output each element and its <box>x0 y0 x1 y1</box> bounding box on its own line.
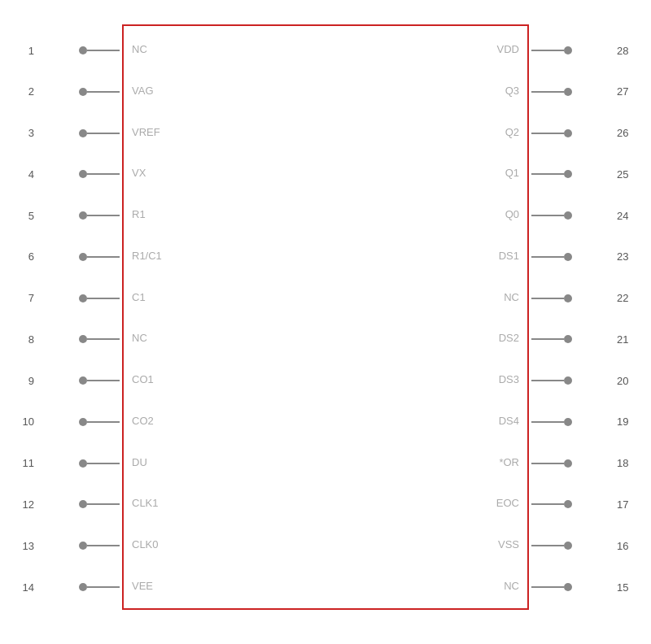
pin-dot <box>79 46 87 54</box>
pin-number-27: 27 <box>617 85 637 98</box>
pin-number-9: 9 <box>14 375 34 387</box>
left-pin-13: 13 <box>79 542 120 550</box>
pin-number-11: 11 <box>14 457 34 469</box>
left-pin-12: 12 <box>79 500 120 508</box>
pin-number-7: 7 <box>14 292 34 304</box>
pin-line <box>531 421 564 423</box>
right-pin-18: 18 <box>531 459 572 468</box>
pin-label-left-9: CO1 <box>132 373 154 385</box>
pin-line <box>87 256 120 258</box>
pin-line <box>87 91 120 93</box>
left-pin-10: 10 <box>79 418 120 426</box>
pin-label-right-28: VDD <box>497 43 519 55</box>
pin-dot <box>564 129 572 137</box>
pin-number-8: 8 <box>14 333 34 346</box>
pin-dot <box>564 500 572 508</box>
pin-dot <box>79 253 87 261</box>
pin-label-left-14: VEE <box>132 580 153 592</box>
pin-line <box>87 338 120 340</box>
right-pin-15: 15 <box>531 583 572 591</box>
pin-label-left-12: CLK1 <box>132 497 159 509</box>
chip-body: 1NC2VAG3VREF4VX5R16R1/C17C18NC9CO110CO21… <box>122 24 529 610</box>
pin-dot <box>564 170 572 178</box>
pin-dot <box>79 211 87 220</box>
pin-number-21: 21 <box>617 333 637 346</box>
pin-line <box>531 173 564 175</box>
pin-number-19: 19 <box>617 416 637 428</box>
pin-line <box>87 380 120 381</box>
pin-dot <box>564 376 572 385</box>
pin-line <box>531 91 564 93</box>
left-pin-2: 2 <box>79 88 120 96</box>
left-pin-6: 6 <box>79 253 120 261</box>
left-pin-8: 8 <box>79 335 120 343</box>
right-pin-24: 24 <box>531 211 572 220</box>
pin-label-left-6: R1/C1 <box>132 250 162 262</box>
left-pin-3: 3 <box>79 129 120 137</box>
pin-number-4: 4 <box>14 168 34 181</box>
pin-dot <box>79 376 87 385</box>
right-pin-27: 27 <box>531 88 572 96</box>
pin-line <box>531 298 564 299</box>
pin-label-right-24: Q0 <box>505 208 519 220</box>
pin-dot <box>564 88 572 96</box>
right-pin-28: 28 <box>531 46 572 54</box>
left-pin-9: 9 <box>79 376 120 385</box>
pin-dot <box>79 294 87 302</box>
pin-number-25: 25 <box>617 168 637 181</box>
pin-line <box>87 421 120 423</box>
pin-dot <box>79 335 87 343</box>
pin-dot <box>79 459 87 468</box>
pin-dot <box>564 418 572 426</box>
pin-dot <box>564 46 572 54</box>
pin-line <box>531 463 564 464</box>
pin-line <box>531 50 564 51</box>
pin-number-12: 12 <box>14 498 34 511</box>
pin-dot <box>564 583 572 591</box>
pin-label-left-3: VREF <box>132 126 160 138</box>
pin-line <box>87 133 120 134</box>
pin-number-20: 20 <box>617 375 637 387</box>
pin-number-18: 18 <box>617 457 637 469</box>
pin-dot <box>79 500 87 508</box>
pin-label-right-18: *OR <box>499 456 519 468</box>
right-pin-22: 22 <box>531 294 572 302</box>
pin-label-right-22: NC <box>504 291 519 303</box>
right-pin-26: 26 <box>531 129 572 137</box>
pin-line <box>531 133 564 134</box>
pin-dot <box>564 211 572 220</box>
pin-label-left-13: CLK0 <box>132 538 159 550</box>
pin-number-3: 3 <box>14 127 34 139</box>
pin-dot <box>564 459 572 468</box>
pin-number-5: 5 <box>14 210 34 222</box>
pin-line <box>531 215 564 216</box>
pin-number-14: 14 <box>14 581 34 594</box>
pin-line <box>531 586 564 588</box>
pin-label-right-26: Q2 <box>505 126 519 138</box>
pin-number-13: 13 <box>14 540 34 552</box>
right-pin-19: 19 <box>531 418 572 426</box>
pin-dot <box>79 88 87 96</box>
pin-number-22: 22 <box>617 292 637 304</box>
pin-dot <box>79 418 87 426</box>
right-pin-17: 17 <box>531 500 572 508</box>
pin-label-right-20: DS3 <box>499 373 519 385</box>
pin-number-28: 28 <box>617 45 637 57</box>
pin-dot <box>79 170 87 178</box>
left-pin-5: 5 <box>79 211 120 220</box>
right-pin-20: 20 <box>531 376 572 385</box>
pin-label-left-4: VX <box>132 167 146 179</box>
left-pin-14: 14 <box>79 583 120 591</box>
pin-label-left-11: DU <box>132 456 147 468</box>
right-pin-25: 25 <box>531 170 572 178</box>
pin-label-left-1: NC <box>132 43 147 55</box>
pin-number-23: 23 <box>617 250 637 263</box>
pin-label-left-10: CO2 <box>132 415 154 427</box>
pin-label-right-23: DS1 <box>499 250 519 262</box>
pin-dot <box>564 335 572 343</box>
pin-label-right-21: DS2 <box>499 332 519 344</box>
pin-label-right-16: VSS <box>498 538 519 550</box>
pin-line <box>531 503 564 505</box>
pin-line <box>87 215 120 216</box>
left-pin-7: 7 <box>79 294 120 302</box>
